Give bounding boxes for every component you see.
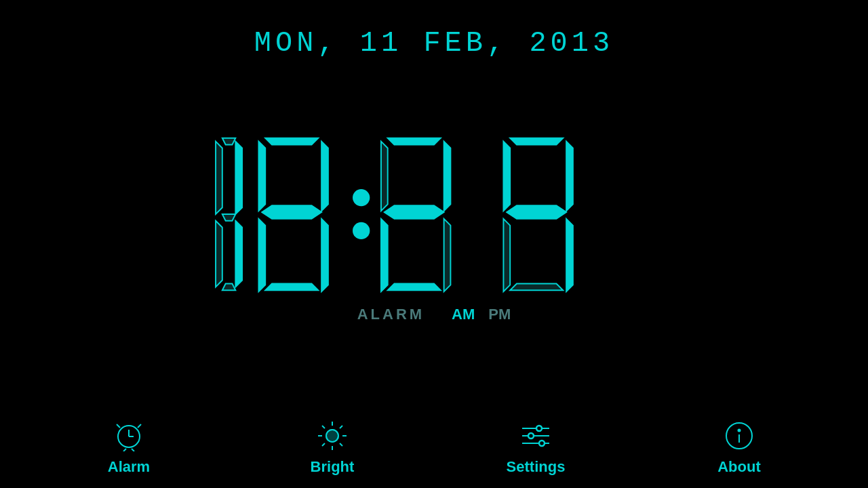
- svg-marker-8: [262, 205, 321, 219]
- svg-line-35: [123, 449, 126, 451]
- nav-alarm[interactable]: Alarm: [88, 419, 170, 476]
- svg-line-33: [117, 424, 120, 428]
- svg-marker-17: [384, 205, 444, 219]
- pm-button[interactable]: PM: [488, 306, 511, 323]
- svg-marker-7: [265, 138, 318, 145]
- svg-marker-1: [222, 214, 236, 221]
- svg-marker-19: [381, 142, 388, 211]
- about-label: About: [717, 458, 761, 476]
- svg-marker-29: [566, 219, 573, 291]
- indicators: ALARM AM PM: [357, 306, 511, 323]
- svg-marker-23: [510, 138, 563, 145]
- nav-about[interactable]: About: [698, 419, 780, 476]
- alarm-clock-icon: [112, 419, 146, 453]
- nav-bright[interactable]: Bright: [292, 419, 373, 476]
- svg-marker-27: [566, 142, 573, 211]
- svg-marker-22: [444, 219, 451, 291]
- svg-marker-0: [222, 138, 236, 145]
- svg-marker-10: [258, 142, 265, 211]
- svg-marker-16: [388, 138, 441, 145]
- svg-point-52: [539, 441, 545, 446]
- svg-marker-21: [381, 219, 388, 291]
- svg-marker-18: [388, 283, 441, 290]
- svg-point-51: [528, 433, 534, 439]
- clock-area: ALARM AM PM: [163, 46, 705, 407]
- svg-marker-11: [321, 142, 328, 211]
- settings-icon: [519, 419, 553, 453]
- brightness-icon: [315, 419, 349, 453]
- svg-line-46: [322, 443, 325, 446]
- bright-label: Bright: [311, 458, 355, 476]
- svg-point-50: [536, 426, 542, 431]
- svg-line-34: [138, 424, 141, 428]
- svg-marker-2: [222, 283, 236, 290]
- svg-point-14: [353, 190, 369, 205]
- am-button[interactable]: AM: [452, 306, 475, 323]
- svg-line-45: [340, 426, 342, 428]
- nav-settings[interactable]: Settings: [495, 419, 576, 476]
- svg-marker-6: [235, 221, 242, 287]
- svg-line-44: [340, 443, 342, 446]
- alarm-label: Alarm: [108, 458, 150, 476]
- settings-label: Settings: [507, 458, 566, 476]
- svg-marker-13: [321, 219, 328, 291]
- svg-line-36: [132, 449, 134, 451]
- info-icon: [722, 419, 756, 453]
- svg-marker-12: [258, 219, 265, 291]
- svg-marker-9: [265, 283, 318, 290]
- svg-marker-28: [503, 219, 510, 291]
- svg-point-15: [353, 223, 369, 239]
- svg-marker-25: [510, 283, 563, 290]
- svg-marker-20: [444, 142, 451, 211]
- svg-point-38: [326, 430, 338, 442]
- svg-point-55: [738, 430, 741, 432]
- bottom-nav: Alarm Bright: [0, 407, 868, 488]
- clock-display: [163, 129, 705, 299]
- svg-marker-5: [216, 221, 222, 287]
- svg-marker-3: [216, 142, 222, 214]
- svg-marker-4: [235, 142, 242, 214]
- ampm-container[interactable]: AM PM: [452, 306, 511, 323]
- alarm-indicator: ALARM: [357, 306, 425, 323]
- svg-line-43: [322, 426, 325, 428]
- svg-marker-24: [507, 205, 566, 219]
- svg-marker-26: [503, 142, 510, 211]
